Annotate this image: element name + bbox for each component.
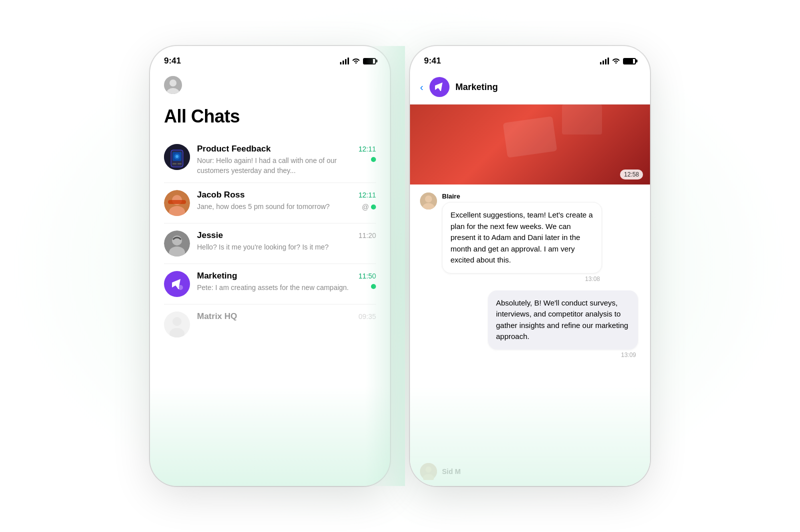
chat-time-jacob-ross: 12:11 <box>358 191 376 199</box>
chat-avatar-marketing <box>164 271 190 297</box>
chat-item-product-feedback[interactable]: Product Feedback 12:11 Nour: Hello again… <box>164 137 376 183</box>
blaire-message-text: Excellent suggestions, team! Let's creat… <box>450 210 593 264</box>
messages-area: Blaire Excellent suggestions, team! Let'… <box>410 184 650 456</box>
chat-time-product-feedback: 12:11 <box>358 145 376 153</box>
svg-point-7 <box>176 155 178 158</box>
chat-name-jessie: Jessie <box>197 230 223 240</box>
reply-message-wrapper: Absolutely, B! We'll conduct surveys, in… <box>488 290 638 358</box>
signal-icon-right <box>600 58 609 64</box>
left-phone-frame: 9:41 <box>150 46 390 486</box>
svg-rect-8 <box>172 163 176 164</box>
left-phone-wrapper: 9:41 <box>150 46 390 486</box>
all-chats-screen: All Chats <box>150 72 390 486</box>
chat-name-matrix-hq: Matrix HQ <box>197 312 237 322</box>
blaire-sender-name: Blaire <box>442 192 602 200</box>
status-bar-right: 9:41 <box>410 46 650 72</box>
signal-icon <box>340 58 349 64</box>
svg-point-27 <box>426 466 432 472</box>
svg-point-24 <box>425 196 432 202</box>
message-row-blaire: Blaire Excellent suggestions, team! Let'… <box>420 192 640 282</box>
blaire-message-bubble: Excellent suggestions, team! Let's creat… <box>442 202 602 274</box>
svg-point-20 <box>172 317 182 326</box>
blaire-message-time: 13:08 <box>442 276 602 282</box>
status-icons-right <box>600 57 636 65</box>
svg-point-17 <box>178 285 183 290</box>
chat-time-jessie: 11:20 <box>358 232 376 240</box>
svg-point-1 <box>170 80 176 86</box>
page-title: All Chats <box>150 102 390 137</box>
chat-name-product-feedback: Product Feedback <box>197 144 270 154</box>
screen-header <box>150 72 390 102</box>
chat-indicators-product-feedback <box>371 157 376 162</box>
unread-dot-marketing <box>371 284 376 289</box>
chat-screen: ‹ Marketing 12:58 <box>410 72 650 486</box>
chat-item-jacob-ross[interactable]: Jacob Ross 12:11 Jane, how does 5 pm sou… <box>164 183 376 224</box>
status-bar-left: 9:41 <box>150 46 390 72</box>
unread-dot-jacob-ross <box>371 204 376 210</box>
right-phone-frame: 9:41 ‹ <box>410 46 650 486</box>
battery-icon-right <box>623 58 636 64</box>
status-icons-left <box>340 57 376 65</box>
chat-preview-product-feedback: Nour: Hello again! I had a call with one… <box>197 156 371 176</box>
reply-message-bubble: Absolutely, B! We'll conduct surveys, in… <box>488 290 638 350</box>
chat-name-jacob-ross: Jacob Ross <box>197 190 244 200</box>
status-time-left: 9:41 <box>164 56 181 66</box>
chat-header-name: Marketing <box>456 82 498 92</box>
chat-preview-jacob-ross: Jane, how does 5 pm sound for tomorrow? <box>197 202 362 212</box>
wifi-icon <box>352 57 360 65</box>
svg-rect-13 <box>168 200 186 204</box>
chat-time-matrix-hq: 09:35 <box>358 312 376 320</box>
chat-list: Product Feedback 12:11 Nour: Hello again… <box>150 137 390 344</box>
chat-name-marketing: Marketing <box>197 271 237 281</box>
unread-dot-product-feedback <box>371 157 376 162</box>
chat-content-product-feedback: Product Feedback 12:11 Nour: Hello again… <box>197 144 376 176</box>
blaire-avatar <box>420 192 437 210</box>
status-time-right: 9:41 <box>424 56 441 66</box>
chat-item-jessie[interactable]: Jessie 11:20 Hello? Is it me you're look… <box>164 224 376 264</box>
right-phone-wrapper: 9:41 ‹ <box>410 46 650 486</box>
chat-preview-jessie: Hello? Is it me you're looking for? Is i… <box>197 242 376 252</box>
chat-content-jacob-ross: Jacob Ross 12:11 Jane, how does 5 pm sou… <box>197 190 376 212</box>
mention-icon: @ <box>362 203 369 211</box>
reply-message-time: 13:09 <box>488 352 638 358</box>
phones-container: 9:41 <box>150 46 650 486</box>
chat-indicators-jacob-ross: @ <box>362 203 376 211</box>
chat-content-matrix-hq: Matrix HQ 09:35 <box>197 312 376 324</box>
chat-footer: Sid M <box>410 456 650 486</box>
header-avatar-marketing <box>430 77 450 97</box>
chat-preview-marketing: Pete: I am creating assets for the new c… <box>197 283 371 293</box>
chat-avatar-jessie <box>164 230 190 256</box>
chat-avatar-product-feedback <box>164 144 190 170</box>
chat-avatar-matrix-hq <box>164 312 190 338</box>
wifi-icon-right <box>612 57 620 65</box>
svg-rect-9 <box>178 163 182 164</box>
chat-avatar-jacob-ross <box>164 190 190 216</box>
chat-item-marketing[interactable]: Marketing 11:50 Pete: I am creating asse… <box>164 264 376 304</box>
footer-name: Sid M <box>442 468 460 476</box>
image-timestamp: 12:58 <box>620 170 643 180</box>
back-button[interactable]: ‹ <box>420 82 424 93</box>
chat-image-area: 12:58 <box>410 104 650 184</box>
chat-indicators-marketing <box>371 284 376 289</box>
sid-avatar <box>420 463 437 480</box>
reply-message-text: Absolutely, B! We'll conduct surveys, in… <box>496 298 628 341</box>
message-row-reply: Absolutely, B! We'll conduct surveys, in… <box>420 290 640 358</box>
blaire-message-wrapper: Blaire Excellent suggestions, team! Let'… <box>442 192 602 282</box>
chat-header: ‹ Marketing <box>410 72 650 104</box>
chat-content-marketing: Marketing 11:50 Pete: I am creating asse… <box>197 271 376 293</box>
battery-icon <box>363 58 376 64</box>
chat-content-jessie: Jessie 11:20 Hello? Is it me you're look… <box>197 230 376 252</box>
user-avatar[interactable] <box>164 76 182 94</box>
chat-time-marketing: 11:50 <box>358 272 376 280</box>
chat-item-matrix-hq[interactable]: Matrix HQ 09:35 <box>164 304 376 344</box>
